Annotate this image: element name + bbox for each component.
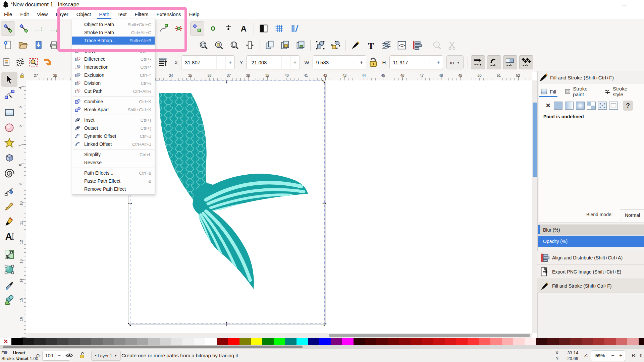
snap-path-node-icon[interactable] bbox=[157, 22, 170, 35]
lock-width-height-ratio[interactable] bbox=[368, 57, 378, 68]
document-properties-icon[interactable] bbox=[1, 57, 12, 68]
pencil-tool[interactable] bbox=[1, 199, 17, 214]
menu-item-division[interactable]: DivisionCtrl+/ bbox=[72, 79, 155, 87]
palette-swatch[interactable] bbox=[490, 338, 502, 345]
palette-swatch[interactable] bbox=[57, 338, 68, 345]
snap-node-cusp-icon[interactable] bbox=[190, 21, 204, 36]
paint-bucket-tool[interactable] bbox=[1, 292, 17, 307]
tab-stroke-style[interactable]: Stroke style bbox=[605, 86, 635, 97]
layers-dialog-icon[interactable] bbox=[380, 39, 393, 52]
zoom-selection-icon[interactable] bbox=[197, 39, 210, 52]
affect-corners-icon[interactable] bbox=[487, 55, 501, 69]
palette-scrollbar-thumb[interactable] bbox=[3, 346, 303, 348]
palette-swatch[interactable] bbox=[593, 338, 604, 345]
toolbox-expand-arrow[interactable]: ▶ bbox=[7, 255, 10, 259]
blur-slider-thumb[interactable] bbox=[538, 225, 540, 234]
menu-item-combine[interactable]: CombineCtrl+K bbox=[72, 98, 155, 106]
palette-swatch[interactable] bbox=[297, 338, 308, 345]
horizontal-scrollbar-thumb[interactable] bbox=[329, 334, 530, 337]
snap-bbox-icon[interactable] bbox=[1, 21, 15, 36]
x-field[interactable]: 31.807−+ bbox=[181, 55, 235, 69]
help-icon[interactable]: ? bbox=[623, 101, 633, 111]
text-dialog-icon[interactable]: T bbox=[364, 39, 378, 52]
fill-stroke-dialog-icon[interactable] bbox=[349, 39, 362, 52]
blur-slider[interactable]: Blur (%) bbox=[538, 225, 644, 235]
palette-swatch[interactable] bbox=[547, 338, 559, 345]
affect-pattern-icon[interactable] bbox=[519, 55, 533, 69]
vertical-ruler[interactable]: 45678910111213141516 bbox=[19, 80, 26, 349]
snap-guide-dashed-icon[interactable] bbox=[33, 22, 46, 35]
dock-row-export-png-image[interactable]: Export PNG Image (Shift+Ctrl+E) bbox=[537, 265, 644, 279]
box3d-tool[interactable] bbox=[1, 150, 17, 165]
palette-swatch[interactable] bbox=[319, 338, 331, 345]
calligraphy-tool[interactable] bbox=[1, 214, 17, 229]
menu-view[interactable]: View bbox=[33, 10, 52, 18]
palette-swatch[interactable] bbox=[194, 338, 205, 345]
ruler-corner[interactable] bbox=[19, 72, 26, 81]
palette-swatch[interactable] bbox=[308, 338, 319, 345]
affect-gradient-icon[interactable] bbox=[503, 55, 517, 69]
y-value[interactable]: -21.008 bbox=[247, 60, 281, 65]
cut-icon-disabled[interactable] bbox=[446, 39, 459, 52]
zoom-value[interactable]: 59% bbox=[591, 353, 609, 358]
palette-swatch[interactable] bbox=[331, 338, 342, 345]
palette-swatch[interactable] bbox=[433, 338, 445, 345]
palette-swatch[interactable] bbox=[411, 338, 422, 345]
fill-stroke-indicator[interactable]: Fill: Unset Stroke: Unset 1.00 bbox=[1, 350, 38, 361]
unlink-clone-icon[interactable] bbox=[294, 39, 307, 52]
h-field[interactable]: 11.917−+ bbox=[389, 55, 443, 69]
pen-bezier-tool[interactable] bbox=[1, 184, 17, 198]
menu-help[interactable]: Help bbox=[185, 10, 204, 18]
palette-swatch[interactable] bbox=[468, 338, 479, 345]
palette-swatch[interactable] bbox=[285, 338, 297, 345]
palette-swatch[interactable] bbox=[205, 338, 217, 345]
menu-item-paste-path-effect[interactable]: Paste Path Effect& bbox=[72, 177, 155, 185]
palette-swatch[interactable] bbox=[422, 338, 433, 345]
flat-color-icon[interactable] bbox=[554, 102, 562, 110]
palette-swatch[interactable] bbox=[616, 338, 627, 345]
w-plus-button[interactable]: + bbox=[357, 56, 366, 69]
palette-swatch[interactable] bbox=[23, 338, 34, 345]
opacity-minus-button[interactable]: − bbox=[56, 351, 63, 360]
palette-swatch[interactable] bbox=[34, 338, 46, 345]
menu-item-union[interactable]: UnionCtrl++ bbox=[72, 47, 155, 55]
grid-snap-icon[interactable] bbox=[272, 22, 286, 35]
tab-stroke-paint[interactable]: Stroke paint bbox=[565, 86, 596, 97]
vertical-scrollbar[interactable] bbox=[532, 80, 537, 333]
palette-swatch[interactable] bbox=[342, 338, 354, 345]
find-icon-disabled[interactable] bbox=[430, 39, 444, 52]
palette-swatch[interactable] bbox=[91, 338, 103, 345]
menu-item-trace-bitmap[interactable]: Trace Bitmap...Shift+Alt+B bbox=[72, 37, 155, 45]
palette-swatch[interactable] bbox=[262, 338, 274, 345]
palette-swatch[interactable] bbox=[103, 338, 114, 345]
w-value[interactable]: 9.583 bbox=[313, 60, 348, 65]
palette-swatch[interactable] bbox=[68, 338, 80, 345]
raise-top-icon[interactable] bbox=[157, 56, 170, 69]
duplicate-icon[interactable] bbox=[263, 39, 276, 52]
ungroup-icon[interactable] bbox=[329, 39, 342, 52]
selector-tool[interactable] bbox=[1, 72, 17, 87]
palette-swatch[interactable] bbox=[639, 338, 644, 345]
open-document-icon[interactable] bbox=[16, 39, 30, 52]
zoom-drawing-icon[interactable] bbox=[212, 39, 226, 52]
current-layer-dropdown[interactable]: • Layer 1 ▼ bbox=[91, 351, 121, 361]
menu-item-remove-path-effect[interactable]: Remove Path Effect bbox=[72, 185, 155, 193]
palette-swatch[interactable] bbox=[456, 338, 468, 345]
snap-others-icon[interactable] bbox=[172, 22, 185, 35]
menu-item-break-apart[interactable]: Break ApartShift+Ctrl+K bbox=[72, 106, 155, 114]
y-plus-button[interactable]: + bbox=[290, 56, 300, 69]
palette-swatch[interactable] bbox=[536, 338, 547, 345]
palette-swatch[interactable] bbox=[239, 338, 251, 345]
palette-swatch[interactable] bbox=[217, 338, 228, 345]
group-icon[interactable] bbox=[314, 39, 327, 52]
menu-path[interactable]: Path bbox=[95, 10, 113, 18]
no-paint-icon[interactable]: ✕ bbox=[545, 102, 551, 109]
pattern-icon[interactable] bbox=[587, 102, 596, 110]
palette-swatch[interactable] bbox=[137, 338, 148, 345]
menu-extensions[interactable]: Extensions bbox=[152, 10, 185, 18]
menu-layer[interactable]: Layer bbox=[52, 10, 72, 18]
y-minus-button[interactable]: − bbox=[281, 56, 290, 69]
palette-swatch[interactable] bbox=[513, 338, 525, 345]
x-plus-button[interactable]: + bbox=[225, 56, 234, 69]
palette-swatch[interactable] bbox=[125, 338, 137, 345]
